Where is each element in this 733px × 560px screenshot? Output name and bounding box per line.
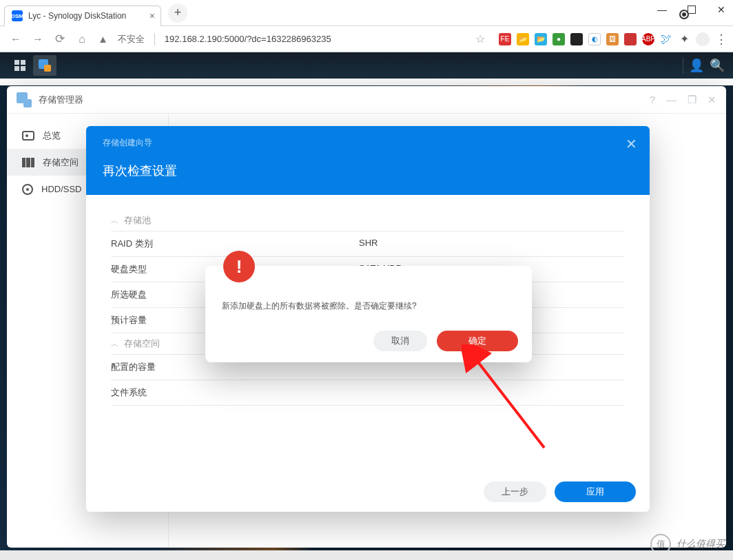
section-storage-pool[interactable]: ︿存储池 <box>111 210 625 231</box>
storage-space-icon <box>22 158 34 167</box>
warning-icon: ! <box>223 251 255 282</box>
ext-bird-icon[interactable]: 🕊 <box>660 33 672 45</box>
tab-title: Lyc - Synology DiskStation <box>28 11 126 21</box>
os-taskbar <box>0 550 733 560</box>
wizard-close-button[interactable]: ✕ <box>626 136 637 152</box>
bookmark-button[interactable]: ☆ <box>475 32 485 45</box>
profile-avatar[interactable] <box>696 32 710 46</box>
browser-toolbar: ← → ⟳ ⌂ ▲ 不安全 192.168.2.190:5000/?dc=163… <box>0 26 733 52</box>
sidebar-item-label: 总览 <box>43 129 61 142</box>
security-label[interactable]: 不安全 <box>118 33 145 45</box>
extensions-area: FE 📂 📂 ● ◐ 🖼 ABP 🕊 ✦ ⋮ <box>499 32 727 46</box>
window-controls: — ✕ <box>656 4 727 15</box>
window-help-button[interactable]: ? <box>650 94 655 106</box>
chevron-up-icon: ︿ <box>111 339 118 349</box>
dsm-storage-manager-taskbar-icon[interactable] <box>33 55 56 76</box>
confirm-dialog: ! 新添加硬盘上的所有数据将被擦除。是否确定要继续? 取消 确定 <box>205 266 532 362</box>
ext-white-icon[interactable]: ◐ <box>588 33 601 45</box>
browser-menu-button[interactable]: ⋮ <box>715 33 727 45</box>
wizard-title: 再次检查设置 <box>103 163 633 179</box>
ext-abp-icon[interactable]: ABP <box>642 33 654 45</box>
dsm-user-icon[interactable]: 👤 <box>689 58 704 73</box>
chevron-up-icon: ︿ <box>111 216 118 226</box>
reload-button[interactable]: ⟳ <box>54 32 66 46</box>
sidebar-item-label: HDD/SSD <box>41 184 82 194</box>
address-bar[interactable]: 192.168.2.190:5000/?dc=1632286963235 <box>165 34 331 44</box>
confirm-message: 新添加硬盘上的所有数据将被擦除。是否确定要继续? <box>222 300 515 312</box>
watermark-text: 什么值得买 <box>677 538 725 550</box>
wizard-subtitle: 存储创建向导 <box>103 137 633 149</box>
divider <box>154 33 155 45</box>
ext-black-icon[interactable] <box>570 33 583 45</box>
ext-blue-icon[interactable]: 📂 <box>535 33 547 45</box>
dsm-main-menu-button[interactable] <box>8 55 32 76</box>
ok-button[interactable]: 确定 <box>437 331 518 351</box>
window-close-button[interactable]: ✕ <box>715 4 727 15</box>
ext-yellow-icon[interactable]: 📂 <box>517 33 529 45</box>
sidebar-item-label: 存储空间 <box>43 156 79 169</box>
apply-button[interactable]: 应用 <box>555 481 636 502</box>
dsm-taskbar: 👤 🔍 <box>0 52 733 79</box>
ext-red-icon[interactable] <box>624 33 637 45</box>
divider <box>683 57 683 74</box>
browser-tabstrip: DSM Lyc - Synology DiskStation × + <box>0 0 733 26</box>
extensions-button[interactable]: ✦ <box>678 33 690 45</box>
dsm-search-icon[interactable]: 🔍 <box>710 58 725 73</box>
row-raid-type: RAID 类别SHR <box>111 231 625 257</box>
window-header: 存储管理器 ? — ❐ ✕ <box>7 86 726 114</box>
security-warning-icon[interactable]: ▲ <box>98 33 108 45</box>
window-title: 存储管理器 <box>39 94 83 106</box>
window-minimize-button[interactable]: — <box>656 4 668 15</box>
window-maximize-button[interactable]: ❐ <box>688 94 696 106</box>
overview-icon <box>22 131 34 141</box>
forward-button[interactable]: → <box>32 33 44 45</box>
window-maximize-button[interactable] <box>688 6 696 14</box>
ext-green-icon[interactable]: ● <box>553 33 565 45</box>
row-filesystem: 文件系统 <box>111 380 625 406</box>
storage-manager-icon <box>17 92 32 107</box>
tab-favicon: DSM <box>12 10 23 21</box>
back-button[interactable]: 上一步 <box>484 481 546 502</box>
browser-status-icon <box>679 10 689 19</box>
ext-image-icon[interactable]: 🖼 <box>606 33 619 45</box>
hdd-ssd-icon <box>22 184 33 195</box>
home-button[interactable]: ⌂ <box>76 33 88 45</box>
tab-close-button[interactable]: × <box>149 10 155 21</box>
new-tab-button[interactable]: + <box>168 3 187 23</box>
back-button[interactable]: ← <box>10 33 22 45</box>
window-minimize-button[interactable]: — <box>666 94 677 106</box>
window-close-button[interactable]: ✕ <box>708 94 716 106</box>
ext-fe-icon[interactable]: FE <box>499 33 511 45</box>
wizard-header: 存储创建向导 再次检查设置 ✕ <box>86 126 650 195</box>
cancel-button[interactable]: 取消 <box>373 331 427 351</box>
browser-tab[interactable]: DSM Lyc - Synology DiskStation × <box>4 6 161 26</box>
wizard-footer: 上一步 应用 <box>484 481 636 502</box>
